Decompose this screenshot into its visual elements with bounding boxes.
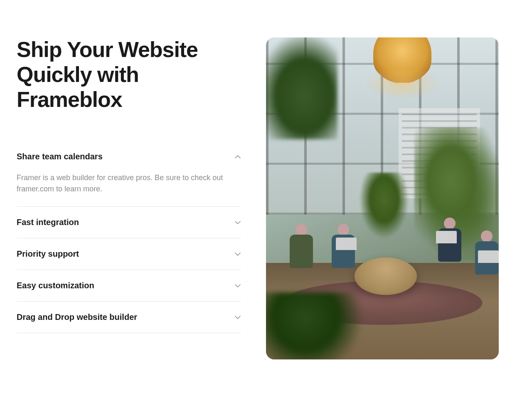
image-column — [266, 37, 515, 359]
feature-accordion: Share team calendars Framer is a web bui… — [17, 141, 241, 333]
accordion-title: Drag and Drop website builder — [17, 312, 137, 322]
hero-image — [266, 37, 499, 359]
accordion-toggle-fast-integration[interactable]: Fast integration — [17, 207, 241, 238]
accordion-item-fast-integration: Fast integration — [17, 207, 241, 238]
accordion-toggle-drag-drop-builder[interactable]: Drag and Drop website builder — [17, 302, 241, 333]
feature-section: Ship Your Website Quickly with Frameblox… — [0, 0, 532, 376]
chevron-down-icon — [234, 219, 241, 226]
accordion-title: Fast integration — [17, 218, 79, 227]
chevron-down-icon — [234, 282, 241, 289]
accordion-toggle-share-calendars[interactable]: Share team calendars — [17, 141, 241, 172]
accordion-body: Framer is a web builder for creative pro… — [17, 172, 241, 206]
chevron-down-icon — [234, 251, 241, 258]
accordion-toggle-easy-customization[interactable]: Easy customization — [17, 270, 241, 301]
accordion-item-drag-drop-builder: Drag and Drop website builder — [17, 302, 241, 333]
text-column: Ship Your Website Quickly with Frameblox… — [17, 37, 249, 333]
accordion-title: Easy customization — [17, 281, 94, 290]
accordion-item-priority-support: Priority support — [17, 238, 241, 270]
chevron-down-icon — [234, 314, 241, 321]
accordion-title: Share team calendars — [17, 152, 103, 161]
accordion-item-share-calendars: Share team calendars Framer is a web bui… — [17, 141, 241, 207]
section-heading: Ship Your Website Quickly with Frameblox — [17, 37, 241, 112]
chevron-up-icon — [234, 154, 241, 160]
accordion-item-easy-customization: Easy customization — [17, 270, 241, 302]
accordion-title: Priority support — [17, 249, 79, 259]
accordion-toggle-priority-support[interactable]: Priority support — [17, 238, 241, 270]
